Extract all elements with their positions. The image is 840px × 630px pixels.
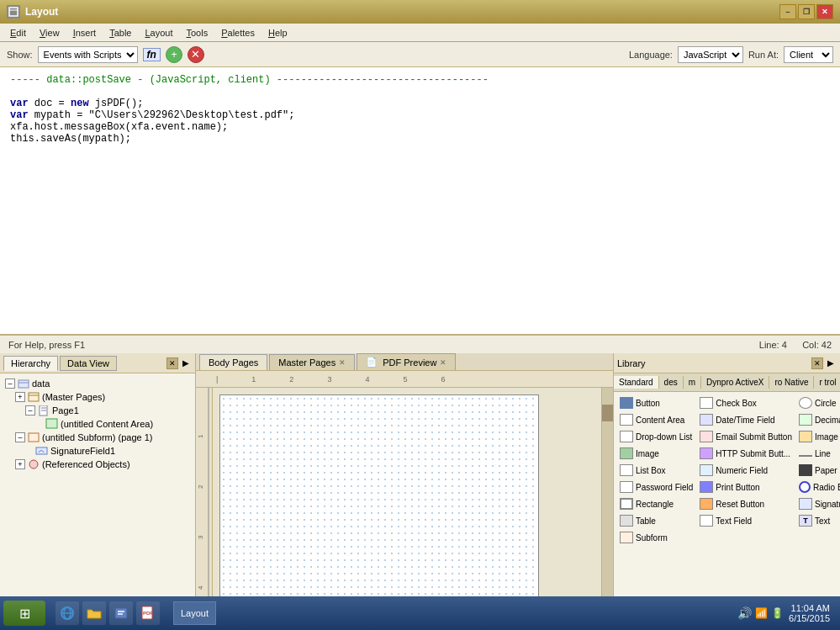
lib-item-signature[interactable]: Signature Field: [796, 496, 840, 511]
start-button[interactable]: ⊞: [3, 601, 45, 626]
app-icon: [7, 5, 20, 19]
lib-item-email-submit[interactable]: Email Submit Button: [697, 429, 795, 444]
lib-tab-trol[interactable]: r trol: [814, 376, 840, 389]
close-button[interactable]: ✕: [816, 4, 833, 19]
tree-item-signature-field[interactable]: SignatureField1: [3, 444, 192, 458]
lib-item-line[interactable]: Line: [796, 446, 840, 461]
tree-item-master-pages[interactable]: + (Master Pages): [3, 390, 192, 404]
lib-item-password[interactable]: Password Field: [617, 479, 695, 495]
canvas-container[interactable]: Signature Field: [213, 388, 601, 630]
tree-label-signature: SignatureField1: [50, 446, 115, 456]
hierarchy-close-button[interactable]: ✕: [166, 357, 178, 369]
language-select[interactable]: JavaScript FormCalc: [678, 46, 743, 63]
taskbar-running-apps: Layout: [173, 601, 216, 625]
menu-palettes[interactable]: Palettes: [214, 26, 262, 40]
fn-button[interactable]: fn: [143, 48, 161, 61]
lib-tab-standard[interactable]: Standard: [614, 376, 659, 389]
tab-pdf-preview[interactable]: 📄 PDF Preview ✕: [357, 353, 456, 370]
tab-pdf-close[interactable]: ✕: [440, 358, 446, 367]
tray-volume-icon[interactable]: 📶: [755, 607, 768, 619]
tree-label-referenced: (Referenced Objects): [42, 459, 130, 469]
line-lib-icon: [799, 455, 812, 457]
status-bar: For Help, press F1 Line: 4 Col: 42: [0, 335, 840, 353]
tree-label-subform: (untitled Subform) (page 1): [42, 432, 152, 442]
lib-item-reset-btn[interactable]: Reset Button: [697, 496, 795, 511]
lib-item-decimal[interactable]: Decimal Field: [796, 412, 840, 427]
lib-tab-native[interactable]: ro Native: [769, 376, 814, 389]
lib-item-listbox[interactable]: List Box: [617, 463, 695, 478]
menu-layout[interactable]: Layout: [138, 26, 179, 40]
taskbar-icon-ie[interactable]: [55, 601, 79, 625]
menu-table[interactable]: Table: [103, 26, 138, 40]
library-expand-arrow[interactable]: ▶: [825, 357, 837, 369]
scrollbar-right[interactable]: [601, 388, 613, 630]
tree-expand-data[interactable]: –: [5, 379, 15, 389]
menu-help[interactable]: Help: [262, 26, 294, 40]
menu-insert[interactable]: Insert: [66, 26, 103, 40]
lib-item-subform[interactable]: Subform: [617, 530, 695, 545]
taskbar-icon-tool[interactable]: [109, 601, 133, 625]
restore-button[interactable]: ❐: [798, 4, 815, 19]
lib-label-numeric: Numeric Field: [716, 466, 768, 475]
svg-rect-2: [18, 380, 29, 388]
add-script-button[interactable]: +: [166, 46, 182, 63]
lib-item-image-field[interactable]: Image Field: [796, 429, 840, 444]
lib-item-text-field[interactable]: Text Field: [697, 513, 795, 528]
lib-item-button[interactable]: Button: [617, 395, 695, 410]
table-lib-icon: [620, 515, 633, 527]
lib-tab-dynpro[interactable]: Dynpro ActiveX: [701, 376, 769, 389]
menu-tools[interactable]: Tools: [180, 26, 215, 40]
tree-item-data[interactable]: – data: [3, 377, 192, 390]
lib-item-table[interactable]: Table: [617, 513, 695, 528]
tree-expand-ref[interactable]: +: [15, 459, 25, 469]
lib-item-rectangle[interactable]: Rectangle: [617, 496, 695, 511]
lib-item-http[interactable]: HTTP Submit Butt...: [697, 446, 795, 461]
remove-script-button[interactable]: ✕: [188, 46, 204, 63]
lib-label-table: Table: [636, 516, 656, 526]
http-lib-icon: [700, 447, 713, 459]
taskbar-icon-folder[interactable]: [82, 601, 106, 625]
tree-expand-page1[interactable]: –: [25, 405, 35, 416]
lib-item-image[interactable]: Image: [617, 446, 695, 461]
code-editor[interactable]: ----- data::postSave - (JavaScript, clie…: [0, 67, 840, 335]
lib-item-circle[interactable]: Circle: [796, 395, 840, 410]
taskbar-icon-pdf[interactable]: PDF: [136, 601, 160, 625]
tree-item-content-area[interactable]: (untitled Content Area): [3, 417, 192, 431]
svg-text:2: 2: [197, 484, 204, 489]
tab-master-close[interactable]: ✕: [339, 358, 346, 367]
hierarchy-expand-arrow[interactable]: ▶: [180, 357, 192, 369]
lib-item-numeric[interactable]: Numeric Field: [697, 463, 795, 478]
lib-label-image-field: Image Field: [815, 432, 840, 442]
tab-data-view[interactable]: Data View: [60, 356, 117, 371]
lib-item-checkbox[interactable]: Check Box: [697, 395, 795, 410]
run-at-select[interactable]: Client Server Both: [784, 46, 833, 63]
menu-edit[interactable]: Edit: [3, 26, 33, 40]
tree-expand-master[interactable]: +: [15, 392, 25, 402]
design-canvas[interactable]: Signature Field: [219, 394, 539, 630]
menu-view[interactable]: View: [33, 26, 66, 40]
lib-item-content-area[interactable]: Content Area: [617, 412, 695, 427]
tree-expand-subform[interactable]: –: [15, 432, 25, 442]
tree-item-referenced[interactable]: + (Referenced Objects): [3, 458, 192, 471]
ruler-top: | 1 2 3 4 5 6: [196, 371, 613, 388]
tab-body-pages[interactable]: Body Pages: [199, 354, 267, 370]
library-close-button[interactable]: ✕: [811, 357, 823, 369]
lib-item-barcode[interactable]: Paper Forms Barcode: [796, 463, 840, 478]
tree-item-subform[interactable]: – (untitled Subform) (page 1): [3, 431, 192, 444]
lib-item-datetime[interactable]: Date/Time Field: [697, 412, 795, 427]
lib-item-dropdown[interactable]: Drop-down List: [617, 429, 695, 444]
lib-item-radio[interactable]: Radio Button: [796, 479, 840, 495]
show-select[interactable]: Events with Scripts All Events: [38, 46, 138, 63]
lib-tab-m[interactable]: m: [684, 376, 701, 389]
tab-hierarchy[interactable]: Hierarchy: [3, 356, 58, 371]
lib-label-http: HTTP Submit Butt...: [716, 449, 790, 458]
minimize-button[interactable]: –: [779, 4, 796, 19]
tray-power-icon[interactable]: 🔋: [771, 607, 784, 619]
taskbar-app-layout[interactable]: Layout: [173, 601, 216, 625]
lib-item-text[interactable]: T Text: [796, 513, 840, 528]
tray-network-icon[interactable]: 🔊: [737, 606, 752, 620]
tab-master-pages[interactable]: Master Pages ✕: [269, 354, 355, 370]
tree-item-page1[interactable]: – Page1: [3, 404, 192, 417]
lib-item-print-btn[interactable]: Print Button: [697, 479, 795, 495]
lib-tab-des[interactable]: des: [659, 376, 684, 389]
